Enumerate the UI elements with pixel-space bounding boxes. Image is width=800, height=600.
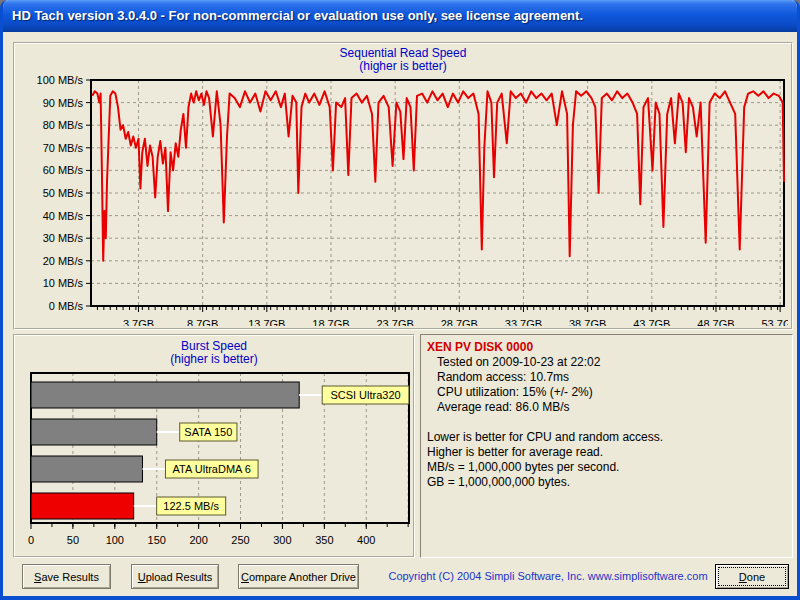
info-spacer [427, 415, 786, 430]
svg-text:43.7GB: 43.7GB [633, 318, 670, 326]
svg-text:100: 100 [106, 534, 124, 546]
svg-text:ATA UltraDMA 6: ATA UltraDMA 6 [173, 463, 251, 475]
svg-text:23.7GB: 23.7GB [376, 318, 413, 326]
svg-text:400: 400 [357, 534, 375, 546]
tested-on-line: Tested on 2009-10-23 at 22:02 [427, 355, 786, 370]
svg-text:200: 200 [189, 534, 207, 546]
upload-results-button[interactable]: Upload Results [131, 564, 219, 589]
svg-text:250: 250 [231, 534, 249, 546]
svg-text:122.5 MB/s: 122.5 MB/s [163, 500, 219, 512]
svg-text:SCSI Ultra320: SCSI Ultra320 [330, 389, 400, 401]
save-results-button[interactable]: Save Results [22, 564, 111, 589]
done-button[interactable]: Done [715, 564, 789, 589]
svg-text:150: 150 [148, 534, 166, 546]
burst-speed-subtitle: (higher is better) [15, 353, 413, 366]
svg-text:10 MB/s: 10 MB/s [43, 277, 84, 289]
drive-name: XEN PV DISK 0000 [427, 340, 786, 355]
drive-info-panel: XEN PV DISK 0000 Tested on 2009-10-23 at… [420, 334, 793, 558]
svg-text:50: 50 [67, 534, 79, 546]
note-mbs-definition: MB/s = 1,000,000 bytes per second. [427, 460, 786, 475]
hd-tach-window: HD Tach version 3.0.4.0 - For non-commer… [0, 0, 800, 600]
svg-text:60 MB/s: 60 MB/s [43, 164, 84, 176]
note-higher-better: Higher is better for average read. [427, 445, 786, 460]
svg-text:100 MB/s: 100 MB/s [37, 74, 84, 86]
svg-text:SATA 150: SATA 150 [184, 426, 232, 438]
svg-text:33.7GB: 33.7GB [505, 318, 542, 326]
svg-text:3.7GB: 3.7GB [123, 318, 154, 326]
sequential-read-chart: 0 MB/s10 MB/s20 MB/s30 MB/s40 MB/s50 MB/… [23, 72, 788, 326]
compare-another-drive-button[interactable]: Compare Another Drive [238, 564, 359, 589]
cpu-utilization-line: CPU utilization: 15% (+/- 2%) [427, 385, 786, 400]
svg-text:38.7GB: 38.7GB [569, 318, 606, 326]
svg-text:90 MB/s: 90 MB/s [43, 97, 84, 109]
copyright-text: Copyright (C) 2004 Simpli Software, Inc.… [388, 570, 708, 582]
svg-text:13.7GB: 13.7GB [248, 318, 285, 326]
window-title: HD Tach version 3.0.4.0 - For non-commer… [12, 8, 583, 23]
svg-text:80 MB/s: 80 MB/s [43, 119, 84, 131]
note-gb-definition: GB = 1,000,000,000 bytes. [427, 475, 786, 490]
burst-speed-chart: 050100150200250300350400SCSI Ultra320SAT… [17, 368, 411, 552]
random-access-line: Random access: 10.7ms [427, 370, 786, 385]
svg-text:40 MB/s: 40 MB/s [43, 210, 84, 222]
average-read-line: Average read: 86.0 MB/s [427, 400, 786, 415]
svg-text:20 MB/s: 20 MB/s [43, 255, 84, 267]
svg-text:70 MB/s: 70 MB/s [43, 142, 84, 154]
svg-text:0: 0 [28, 534, 34, 546]
svg-text:300: 300 [273, 534, 291, 546]
svg-text:28.7GB: 28.7GB [441, 318, 478, 326]
svg-text:50 MB/s: 50 MB/s [43, 187, 84, 199]
svg-text:8.7GB: 8.7GB [187, 318, 218, 326]
svg-text:0 MB/s: 0 MB/s [49, 300, 84, 312]
svg-text:48.7GB: 48.7GB [697, 318, 734, 326]
svg-text:350: 350 [315, 534, 333, 546]
svg-text:18.7GB: 18.7GB [312, 318, 349, 326]
svg-text:53.7GB: 53.7GB [761, 318, 788, 326]
window-titlebar[interactable]: HD Tach version 3.0.4.0 - For non-commer… [0, 0, 800, 32]
note-lower-better: Lower is better for CPU and random acces… [427, 430, 786, 445]
svg-text:30 MB/s: 30 MB/s [43, 232, 84, 244]
